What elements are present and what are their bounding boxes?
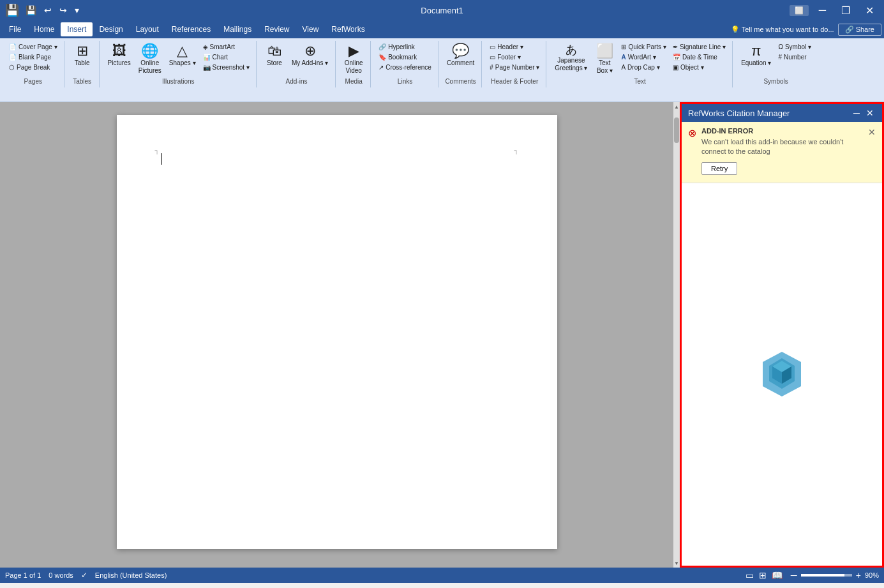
quick-parts-label: Quick Parts ▾ <box>628 43 666 50</box>
menu-refworks[interactable]: RefWorks <box>325 22 371 36</box>
save-btn[interactable]: 💾 <box>23 4 39 17</box>
tell-me-bar[interactable]: 💡 Tell me what you want to do... <box>731 26 834 34</box>
links-group-label: Links <box>376 77 434 86</box>
cover-page-btn[interactable]: 📄 Cover Page ▾ <box>6 42 60 52</box>
scroll-up-btn[interactable]: ▲ <box>673 102 680 111</box>
bookmark-btn[interactable]: 🔖 Bookmark <box>376 52 434 62</box>
zoom-level[interactable]: 90% <box>865 571 879 579</box>
error-close-btn[interactable]: ✕ <box>868 127 876 137</box>
menu-mailings[interactable]: Mailings <box>217 22 258 36</box>
store-icon: 🛍 <box>267 44 281 58</box>
date-time-btn[interactable]: 📅 Date & Time <box>670 52 728 62</box>
wordart-btn[interactable]: A WordArt ▾ <box>618 52 668 62</box>
screenshot-label: Screenshot ▾ <box>213 64 250 71</box>
store-label: Store <box>267 59 282 67</box>
scroll-down-btn[interactable]: ▼ <box>673 559 680 568</box>
pages-items: 📄 Cover Page ▾ 📄 Blank Page ⬡ Page Break <box>6 42 60 77</box>
customize-btn[interactable]: ▾ <box>72 4 82 17</box>
cross-reference-icon: ↗ <box>378 64 384 71</box>
page-break-icon: ⬡ <box>9 64 15 71</box>
online-pictures-btn[interactable]: 🌐 OnlinePictures <box>135 42 165 77</box>
undo-btn[interactable]: ↩ <box>41 4 54 17</box>
shapes-btn[interactable]: △ Shapes ▾ <box>166 42 199 69</box>
header-label: Header ▾ <box>497 43 523 50</box>
chart-btn[interactable]: 📊 Chart <box>200 52 252 62</box>
links-items: 🔗 Hyperlink 🔖 Bookmark ↗ Cross-reference <box>376 42 434 77</box>
screenshot-icon: 📷 <box>203 64 211 71</box>
quick-parts-btn[interactable]: ⊞ Quick Parts ▾ <box>618 42 668 52</box>
pictures-btn[interactable]: 🖼 Pictures <box>105 42 134 69</box>
doc-area[interactable]: ┐ ┐ <box>0 102 673 568</box>
web-layout-btn[interactable]: ⊞ <box>757 569 768 581</box>
smartart-icon: ◈ <box>203 43 208 50</box>
restore-btn[interactable]: ❐ <box>836 3 855 18</box>
blank-page-label: Blank Page <box>19 54 51 61</box>
online-video-btn[interactable]: ▶ OnlineVideo <box>341 42 366 77</box>
media-items: ▶ OnlineVideo <box>341 42 366 77</box>
header-icon: ▭ <box>490 43 495 50</box>
menu-design[interactable]: Design <box>93 22 129 36</box>
doc-title: Document1 <box>421 6 463 15</box>
sidebar-minimize-btn[interactable]: ─ <box>851 108 862 118</box>
word-icon: 💾 <box>5 3 19 17</box>
table-btn[interactable]: ⊞ Table <box>70 42 95 69</box>
minimize-btn[interactable]: ─ <box>814 3 831 17</box>
footer-label: Footer ▾ <box>497 54 521 61</box>
zoom-out-btn[interactable]: ─ <box>790 570 798 580</box>
equation-btn[interactable]: π Equation ▾ <box>738 42 774 69</box>
retry-button[interactable]: Retry <box>701 162 737 175</box>
object-btn[interactable]: ▣ Object ▾ <box>670 63 728 72</box>
page-break-btn[interactable]: ⬡ Page Break <box>6 63 60 72</box>
text-box-btn[interactable]: ⬜ TextBox ▾ <box>592 42 617 77</box>
ribbon-group-addins: 🛍 Store ⊕ My Add-ins ▾ Add-ins <box>258 41 336 87</box>
symbol-btn[interactable]: Ω Symbol ▾ <box>775 42 814 52</box>
spell-check-icon: ✓ <box>81 571 87 580</box>
comment-btn[interactable]: 💬 Comment <box>444 42 477 69</box>
doc-page[interactable]: ┐ ┐ <box>117 115 557 549</box>
menu-review[interactable]: Review <box>258 22 296 36</box>
error-content: ADD-IN ERROR We can't load this add-in b… <box>701 127 863 177</box>
my-addins-btn[interactable]: ⊕ My Add-ins ▾ <box>288 42 331 69</box>
blank-page-btn[interactable]: 📄 Blank Page <box>6 52 60 62</box>
smartart-btn[interactable]: ◈ SmartArt <box>200 42 252 52</box>
read-mode-btn[interactable]: 📖 <box>770 569 784 581</box>
my-addins-label: My Add-ins ▾ <box>292 59 328 67</box>
store-btn[interactable]: 🛍 Store <box>262 42 287 69</box>
zoom-in-btn[interactable]: + <box>855 570 862 580</box>
drop-cap-btn[interactable]: A Drop Cap ▾ <box>618 63 668 72</box>
menu-home[interactable]: Home <box>27 22 61 36</box>
signature-line-btn[interactable]: ✒ Signature Line ▾ <box>670 42 728 52</box>
cover-page-label: Cover Page ▾ <box>19 43 57 50</box>
menu-bar: File Home Insert Design Layout Reference… <box>0 20 884 38</box>
header-btn[interactable]: ▭ Header ▾ <box>487 42 542 52</box>
scrollbar-thumb[interactable] <box>674 117 679 143</box>
ribbon-group-header-footer: ▭ Header ▾ ▭ Footer ▾ # Page Number ▾ He… <box>483 41 546 87</box>
share-btn[interactable]: 🔗 Share <box>838 24 881 36</box>
vertical-scrollbar[interactable]: ▲ ▼ <box>673 102 680 568</box>
number-btn[interactable]: # Number <box>775 52 814 62</box>
zoom-slider-fill <box>801 574 844 577</box>
menu-references[interactable]: References <box>165 22 217 36</box>
footer-btn[interactable]: ▭ Footer ▾ <box>487 52 542 62</box>
print-layout-btn[interactable]: ▭ <box>744 569 756 581</box>
language[interactable]: English (United States) <box>95 571 167 579</box>
menu-layout[interactable]: Layout <box>130 22 165 36</box>
close-btn[interactable]: ✕ <box>860 3 879 18</box>
pictures-label: Pictures <box>108 59 131 67</box>
redo-btn[interactable]: ↪ <box>57 4 70 17</box>
screenshot-btn[interactable]: 📷 Screenshot ▾ <box>200 63 252 72</box>
cross-reference-btn[interactable]: ↗ Cross-reference <box>376 63 434 72</box>
zoom-slider[interactable] <box>801 574 852 577</box>
page-number-btn[interactable]: # Page Number ▾ <box>487 63 542 72</box>
wordart-icon: A <box>621 54 626 61</box>
japanese-greetings-label: JapaneseGreetings ▾ <box>555 57 587 72</box>
menu-file[interactable]: File <box>3 22 27 36</box>
ribbon-group-tables: ⊞ Table Tables <box>66 41 100 87</box>
japanese-greetings-btn[interactable]: あ JapaneseGreetings ▾ <box>551 42 590 74</box>
hyperlink-btn[interactable]: 🔗 Hyperlink <box>376 42 434 52</box>
sidebar-header: RefWorks Citation Manager ─ ✕ <box>682 104 882 122</box>
menu-view[interactable]: View <box>296 22 326 36</box>
ribbon-display-btn[interactable]: ⬜ <box>790 5 809 16</box>
sidebar-close-btn[interactable]: ✕ <box>864 108 876 118</box>
menu-insert[interactable]: Insert <box>61 22 93 36</box>
